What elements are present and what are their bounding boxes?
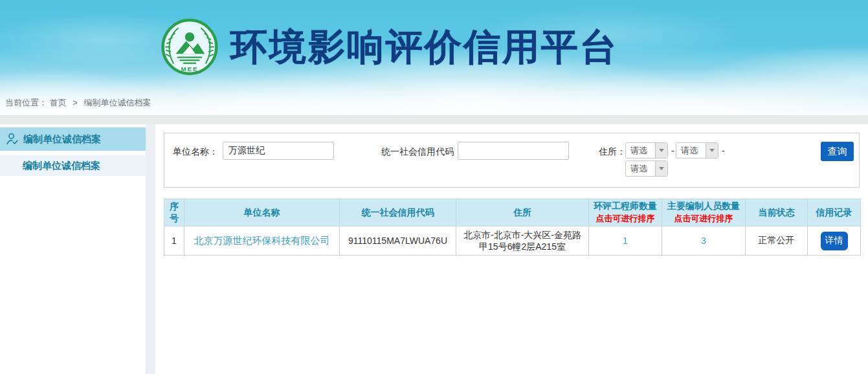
city-select-arrow-button[interactable] — [706, 143, 718, 158]
credit-code-input[interactable] — [458, 142, 569, 160]
content-area: 单位名称： 统一社会信用代码： 住所： 请选择 - 请选择 - 请选择 查询 — [155, 124, 868, 374]
detail-button[interactable]: 详情 — [821, 232, 848, 250]
cell-company: 北京万源世纪环保科技有限公司 — [184, 226, 340, 256]
credit-code-label: 统一社会信用代码： — [381, 146, 463, 158]
brand: MEE 环境影响评价信用平台 — [161, 16, 619, 78]
unit-name-input[interactable] — [223, 142, 334, 160]
breadcrumb-current: 编制单位诚信档案 — [83, 98, 151, 107]
city-select-value: 请选择 — [676, 143, 706, 158]
breadcrumb-separator: > — [72, 98, 78, 107]
search-panel: 单位名称： 统一社会信用代码： 住所： 请选择 - 请选择 - 请选择 查询 — [164, 133, 860, 188]
address-dash-2: - — [722, 146, 725, 156]
col-header-credit-code: 统一社会信用代码 — [340, 199, 456, 226]
engineer-count-link[interactable]: 1 — [623, 236, 628, 246]
company-link[interactable]: 北京万源世纪环保科技有限公司 — [194, 235, 330, 246]
address-dash-1: - — [671, 146, 674, 156]
sidebar-subitem-label: 编制单位诚信档案 — [23, 160, 100, 172]
user-check-icon — [5, 132, 19, 146]
chevron-down-icon — [659, 149, 664, 152]
col-header-company: 单位名称 — [184, 199, 340, 226]
table-header-row: 序号 单位名称 统一社会信用代码 住所 环评工程师数量 点击可进行排序 主要编制… — [164, 199, 861, 226]
cell-credit-record: 详情 — [808, 226, 861, 256]
sidebar-item-label: 编制单位诚信档案 — [23, 133, 101, 146]
district-select-arrow-button[interactable] — [655, 161, 667, 176]
cell-staff-count: 3 — [662, 226, 746, 256]
sidebar: 编制单位诚信档案 编制单位诚信档案 — [0, 124, 146, 374]
chevron-down-icon — [709, 149, 715, 152]
address-province-select[interactable]: 请选择 — [625, 142, 668, 159]
breadcrumb-home-link[interactable]: 首页 — [50, 98, 67, 107]
site-title: 环境影响评价信用平台 — [230, 16, 619, 78]
results-table: 序号 单位名称 统一社会信用代码 住所 环评工程师数量 点击可进行排序 主要编制… — [164, 199, 861, 256]
col-header-engineer-count: 环评工程师数量 点击可进行排序 — [589, 199, 662, 226]
cell-engineer-count: 1 — [589, 226, 662, 256]
breadcrumb-prefix: 当前位置： — [5, 98, 47, 107]
staff-count-sort-hint[interactable]: 点击可进行排序 — [663, 213, 744, 225]
sidebar-item-unit-credit-archive[interactable]: 编制单位诚信档案 — [0, 127, 146, 151]
col-header-credit-record: 信用记录 — [808, 199, 861, 226]
header-banner: MEE 环境影响评价信用平台 当前位置： 首页 > 编制单位诚信档案 — [0, 0, 868, 115]
cell-index: 1 — [164, 226, 184, 256]
col-header-staff-count: 主要编制人员数量 点击可进行排序 — [662, 199, 746, 226]
col-header-status: 当前状态 — [746, 199, 808, 226]
cell-status: 正常公开 — [746, 226, 808, 256]
breadcrumb: 当前位置： 首页 > 编制单位诚信档案 — [5, 97, 151, 109]
query-button[interactable]: 查询 — [821, 142, 854, 161]
address-district-select[interactable]: 请选择 — [625, 160, 668, 177]
province-select-value: 请选择 — [626, 143, 655, 158]
logo-mee-text: MEE — [181, 65, 199, 72]
district-select-value: 请选择 — [626, 161, 655, 176]
col-header-address: 住所 — [456, 199, 589, 226]
engineer-count-sort-hint[interactable]: 点击可进行排序 — [590, 213, 660, 225]
table-row: 1 北京万源世纪环保科技有限公司 91110115MA7LWUA76U 北京市-… — [164, 226, 861, 256]
header-divider-band — [0, 115, 868, 124]
staff-count-label: 主要编制人员数量 — [663, 201, 744, 212]
engineer-count-label: 环评工程师数量 — [590, 201, 660, 212]
unit-name-label: 单位名称： — [164, 146, 218, 158]
staff-count-link[interactable]: 3 — [701, 236, 706, 246]
sidebar-subitem-unit-credit-archive[interactable]: 编制单位诚信档案 — [0, 155, 146, 176]
sidebar-content-divider — [146, 124, 155, 374]
address-label: 住所： — [599, 146, 626, 158]
address-city-select[interactable]: 请选择 — [676, 142, 718, 159]
cell-credit-code: 91110115MA7LWUA76U — [340, 226, 456, 256]
mee-logo-icon: MEE — [161, 16, 219, 78]
col-header-index: 序号 — [164, 199, 184, 226]
province-select-arrow-button[interactable] — [655, 143, 667, 158]
cell-address: 北京市-北京市-大兴区-金苑路甲15号6幢2层A215室 — [456, 226, 589, 256]
chevron-down-icon — [659, 167, 664, 170]
